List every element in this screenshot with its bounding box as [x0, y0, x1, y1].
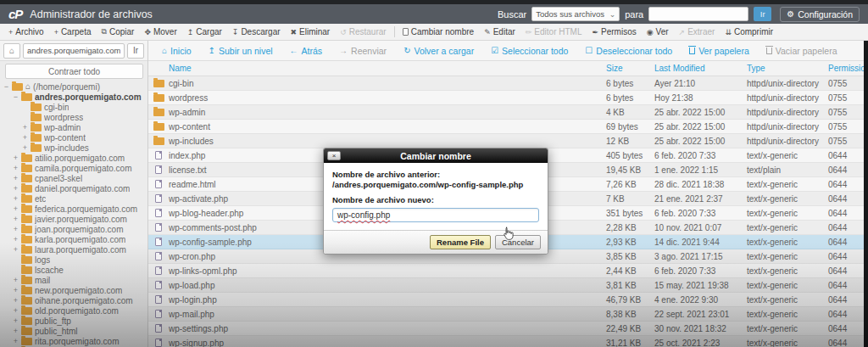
- file-row-wp-signup-php[interactable]: wp-signup.php31,21 KB25 oct. 2021 2:23te…: [148, 336, 868, 347]
- toolbar-comprimir[interactable]: ⇊Comprimir: [720, 27, 778, 36]
- toolbar-carpeta[interactable]: +Carpeta: [49, 27, 97, 36]
- path-go-button[interactable]: Ir: [127, 43, 144, 59]
- navbar-ver-papelera[interactable]: Ver papelera: [681, 46, 758, 56]
- expand-icon[interactable]: +: [13, 327, 19, 335]
- tree-item-wordpress[interactable]: wordpress: [0, 112, 147, 122]
- expand-icon[interactable]: +: [13, 276, 19, 284]
- folder-icon: [21, 185, 32, 193]
- path-input[interactable]: [23, 43, 125, 59]
- expand-icon[interactable]: +: [13, 184, 19, 193]
- file-row-wp-content[interactable]: wp-content69 bytes25 abr. 2022 15:00http…: [148, 120, 868, 134]
- expand-icon[interactable]: +: [22, 133, 28, 142]
- navbar-deseleccionar-todo[interactable]: ☐Deseleccionar todo: [576, 46, 681, 56]
- file-row-wp-mail-php[interactable]: wp-mail.php8,38 KB22 sept. 2021 23:01tex…: [148, 307, 868, 322]
- rename-file-button[interactable]: Rename File: [430, 235, 491, 249]
- screen-right-edge: [864, 41, 868, 347]
- file-row-wp-links-opml-php[interactable]: wp-links-opml.php2,44 KB6 feb. 2020 7:33…: [148, 264, 868, 278]
- expand-icon[interactable]: +: [13, 337, 19, 345]
- expand-icon[interactable]: +: [22, 123, 28, 132]
- tree-item-javier-porquemigato-com[interactable]: +javier.porquemigato.com: [0, 214, 147, 224]
- expand-icon[interactable]: +: [13, 215, 19, 223]
- expand-icon[interactable]: +: [13, 286, 19, 294]
- expand-icon[interactable]: +: [13, 306, 19, 315]
- column-header-link[interactable]: Name: [169, 64, 192, 73]
- tree-item-daniel-porquemigato-com[interactable]: +daniel.porquemigato.com: [0, 183, 147, 193]
- tree-item-cgi-bin[interactable]: cgi-bin: [0, 102, 147, 112]
- tree-item-home-porquemi[interactable]: −⌂(/home/porquemi): [0, 81, 147, 92]
- file-row-wp-includes[interactable]: wp-includes12 KB25 abr. 2022 15:00httpd/…: [148, 134, 868, 148]
- tree-item-karla-porquemigato-com[interactable]: +karla.porquemigato.com: [0, 234, 147, 244]
- home-button[interactable]: ⌂: [3, 43, 20, 59]
- collapse-all-button[interactable]: Contraer todo: [5, 64, 143, 79]
- navbar-seleccionar-todo[interactable]: ☑Seleccionar todo: [482, 46, 576, 56]
- search-input[interactable]: [648, 7, 748, 21]
- toolbar-editar[interactable]: ✎Editar: [479, 27, 520, 36]
- expand-icon[interactable]: +: [13, 164, 19, 172]
- tree-item-mail[interactable]: +mail: [0, 275, 147, 285]
- toolbar-cargar[interactable]: ↥Cargar: [182, 27, 227, 36]
- tree-item-new-porquemigato-com[interactable]: +new.porquemigato.com: [0, 285, 147, 295]
- tree-item-public-ftp[interactable]: +public_ftp: [0, 316, 147, 326]
- tree-item-joan-porquemigato-com[interactable]: +joan.porquemigato.com: [0, 224, 147, 234]
- tree-item-old-porquemigato-com[interactable]: +old.porquemigato.com: [0, 305, 147, 316]
- toolbar-archivo[interactable]: +Archivo: [3, 27, 49, 36]
- tree-item-etc[interactable]: +etc: [0, 193, 147, 204]
- navbar-atr-s[interactable]: ←Atrás: [281, 46, 331, 56]
- expand-icon[interactable]: +: [13, 235, 19, 243]
- dialog-close-button[interactable]: ×: [327, 151, 341, 160]
- tree-item-wp-admin[interactable]: +wp-admin: [0, 122, 147, 132]
- tree-item-laura-porquemigato-com[interactable]: +laura.porquemigato.com: [0, 244, 147, 255]
- toolbar-mover[interactable]: ✥Mover: [139, 27, 181, 36]
- tree-item-cpanel3-skel[interactable]: +cpanel3-skel: [0, 173, 147, 183]
- file-row-wp-login-php[interactable]: wp-login.php46,79 KB4 ene. 2022 9:30text…: [148, 293, 868, 307]
- tree-item-camila-porquemigato-com[interactable]: +camila.porquemigato.com: [0, 163, 147, 173]
- tree-item-oihane-porquemigato-com[interactable]: +oihane.porquemigato.com: [0, 295, 147, 305]
- column-header-link[interactable]: Permissions: [828, 64, 868, 73]
- toolbar-copiar[interactable]: ⧉Copiar: [96, 27, 139, 36]
- expand-icon[interactable]: +: [13, 174, 19, 182]
- expand-icon[interactable]: +: [13, 194, 19, 203]
- search-scope-select[interactable]: Todos sus archivos ⌄: [531, 7, 620, 21]
- new-name-input[interactable]: wp-config.php: [332, 208, 539, 222]
- file-type: text/x-generic: [747, 295, 828, 305]
- file-row-wordpress[interactable]: wordpress6 bytesHoy 21:38httpd/unix-dire…: [148, 91, 868, 105]
- column-header-link[interactable]: Type: [747, 64, 765, 73]
- expand-icon[interactable]: +: [13, 296, 19, 305]
- toolbar-cambiar-nombre[interactable]: Cambiar nombre: [398, 27, 479, 36]
- file-row-cgi-bin[interactable]: cgi-bin6 bytesAyer 21:10httpd/unix-direc…: [148, 76, 868, 91]
- settings-button[interactable]: ⚙ Configuración: [780, 7, 860, 22]
- navbar-inicio[interactable]: ⌂Inicio: [153, 46, 200, 56]
- expand-icon[interactable]: +: [13, 225, 19, 233]
- column-header-link[interactable]: Size: [606, 64, 622, 73]
- tree-item-wp-content[interactable]: +wp-content: [0, 132, 147, 143]
- navbar-volver-a-cargar[interactable]: ↻Volver a cargar: [395, 46, 482, 56]
- toolbar-permisos[interactable]: ✒Permisos: [587, 27, 641, 36]
- toolbar-ver[interactable]: ◉Ver: [642, 27, 674, 36]
- expand-icon[interactable]: +: [13, 204, 19, 213]
- cancel-button[interactable]: Cancelar: [495, 235, 541, 249]
- expand-icon[interactable]: +: [22, 143, 28, 152]
- collapse-icon[interactable]: −: [13, 92, 19, 101]
- expand-icon[interactable]: +: [13, 154, 19, 162]
- expand-icon[interactable]: +: [13, 316, 19, 325]
- file-type-cell: [148, 108, 169, 116]
- tree-item-federica-porquemigato-com[interactable]: +federica.porquemigato.com: [0, 204, 147, 214]
- tree-item-lscache[interactable]: lscache: [0, 265, 147, 275]
- tree-item-public-html[interactable]: +public_html: [0, 326, 147, 336]
- tree-item-wp-includes[interactable]: +wp-includes: [0, 143, 147, 153]
- tree-item-rita-porquemigato-com[interactable]: +rita.porquemigato.com: [0, 336, 147, 346]
- collapse-icon[interactable]: −: [3, 82, 9, 91]
- file-row-wp-admin[interactable]: wp-admin4 KB25 abr. 2022 15:00httpd/unix…: [148, 105, 868, 120]
- tree-item-andres-porquemigato-com[interactable]: −andres.porquemigato.com: [0, 92, 147, 102]
- toolbar-descargar[interactable]: ↧Descargar: [227, 27, 286, 36]
- navbar-subir-un-nivel[interactable]: ↥Subir un nivel: [200, 46, 281, 56]
- toolbar-eliminar[interactable]: ✖Eliminar: [286, 27, 336, 36]
- column-header-link[interactable]: Last Modified: [654, 64, 704, 73]
- file-row-wp-load-php[interactable]: wp-load.php3,81 KB15 may. 2021 19:38text…: [148, 278, 868, 293]
- tree-item-atilio-porquemigato-com[interactable]: +atilio.porquemigato.com: [0, 153, 147, 163]
- file-row-wp-settings-php[interactable]: wp-settings.php22,49 KB30 nov. 2021 18:3…: [148, 322, 868, 336]
- expand-icon[interactable]: +: [13, 245, 19, 254]
- search-go-button[interactable]: Ir: [754, 7, 771, 21]
- file-icon: [155, 165, 162, 174]
- tree-item-logs[interactable]: logs: [0, 255, 147, 265]
